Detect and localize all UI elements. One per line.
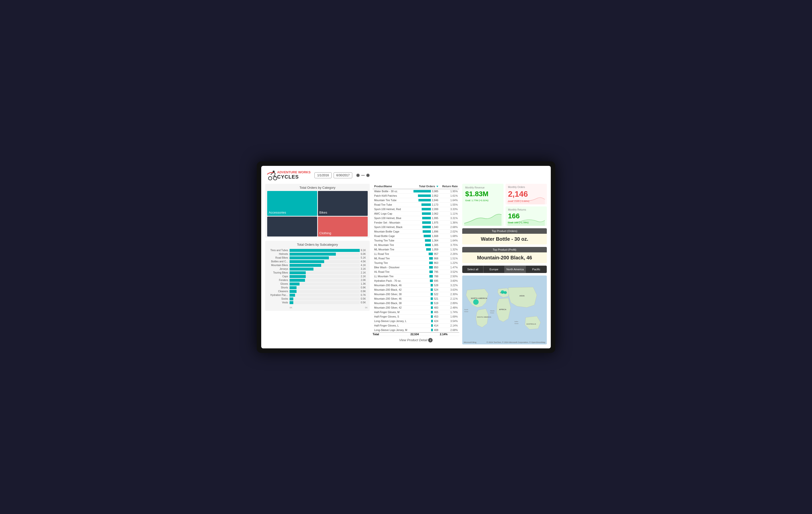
table-row[interactable]: HL Road Tire 795 3.52% [373, 270, 459, 274]
treemap-clothing[interactable]: Clothing [318, 217, 368, 237]
table-row[interactable]: Mountain-200 Black, 46 528 3.22% [373, 283, 459, 288]
inline-bar [431, 324, 433, 327]
col-total-orders[interactable]: Total Orders [410, 184, 440, 189]
orders-cell: 795 [410, 270, 440, 274]
table-row[interactable]: Half-Finger Gloves, S 453 1.69% [373, 314, 459, 319]
table-row[interactable]: Mountain-200 Black, 38 519 2.89% [373, 301, 459, 305]
bar-row[interactable]: Tires and Tubes 9.1K [267, 249, 368, 252]
table-row[interactable]: Fender Set - Mountain 1,975 1.36% [373, 220, 459, 225]
table-row[interactable]: Half-Finger Gloves, L 414 2.14% [373, 323, 459, 328]
rate-cell: 1.95% [440, 189, 459, 194]
region-button[interactable]: Pacific [526, 266, 547, 273]
bar-row[interactable]: Vests 0.5K [267, 301, 368, 304]
info-icon[interactable]: i [428, 338, 433, 342]
bar-row[interactable]: Shorts 0.9K [267, 286, 368, 289]
product-name-cell: Patch Kit/8 Patches [373, 193, 410, 198]
slider-handle-right[interactable] [366, 174, 370, 177]
region-button[interactable]: Europe [483, 266, 504, 273]
table-row[interactable]: Sport-100 Helmet, Black 1,940 2.68% [373, 225, 459, 229]
table-row[interactable]: Mountain Tire Tube 2,846 1.64% [373, 198, 459, 203]
orders-value-cell: 2,099 [432, 208, 438, 211]
table-row[interactable]: Hydration Pack - 70 oz. 695 3.60% [373, 278, 459, 283]
bar-label: Tires and Tubes [267, 249, 290, 252]
bar-row[interactable]: Road Bikes 5.1K [267, 256, 368, 260]
bar-row[interactable]: Touring Bikes 2.1K [267, 271, 368, 274]
svg-point-17 [504, 291, 507, 294]
table-row[interactable]: Road Bottle Cage 1,668 1.68% [373, 234, 459, 238]
rate-cell: 1.61% [440, 193, 459, 198]
product-name-cell: Mountain-200 Black, 38 [373, 301, 410, 305]
bar-row[interactable]: Cleaners 0.9K [267, 290, 368, 293]
table-row[interactable]: Long-Sleeve Logo Jersey, L 424 3.54% [373, 319, 459, 323]
rate-cell: 1.55% [440, 203, 459, 207]
date-start[interactable]: 1/1/2016 [315, 172, 331, 178]
treemap: Accessories Bikes Clothing [267, 191, 368, 236]
rate-cell: 1.68% [440, 234, 459, 238]
bar-row[interactable]: Mountain Bikes 4.1K [267, 264, 368, 267]
date-end[interactable]: 6/30/2017 [334, 172, 352, 178]
table-row[interactable]: Bike Wash - Dissolver 850 1.47% [373, 265, 459, 270]
product-name-cell: Water Bottle - 30 oz. [373, 189, 410, 194]
inline-bar [429, 257, 433, 260]
treemap-bikes[interactable]: Bikes [318, 191, 368, 216]
table-row[interactable]: HL Mountain Tire 1,305 3.75% [373, 243, 459, 247]
orders-label: Monthly Orders [508, 186, 544, 188]
treemap-accessories[interactable]: Accessories [267, 191, 317, 216]
bar-row[interactable]: Helmets 6.0K [267, 253, 368, 255]
bar-track [290, 290, 360, 293]
slider-handle-left[interactable] [356, 174, 360, 177]
bar-track [290, 297, 360, 300]
table-row[interactable]: Sport-100 Helmet, Red 2,099 3.33% [373, 207, 459, 211]
table-row[interactable]: Mountain-200 Black, 42 524 3.63% [373, 288, 459, 292]
orders-cell: 1,995 [410, 216, 440, 220]
bar-row[interactable]: Fenders 2.0K [267, 279, 368, 282]
orders-cell: 528 [410, 283, 440, 288]
table-row[interactable]: Mountain Bottle Cage 1,896 2.02% [373, 229, 459, 234]
table-row[interactable]: Road Tire Tube 2,173 1.55% [373, 203, 459, 207]
logo-adventure-works: ADVENTURE WORKS [277, 171, 311, 174]
table-row[interactable]: ML Road Tire 868 1.51% [373, 256, 459, 261]
bar-row[interactable]: Hydration Pac... 0.7K [267, 294, 368, 297]
product-name-cell: Touring Tire [373, 261, 410, 265]
bar-value: 0.7K [361, 294, 368, 296]
bar-row[interactable]: Caps 2.1K [267, 275, 368, 278]
bar-value: 2.1K [361, 271, 368, 274]
bar-row[interactable]: Gloves 1.3K [267, 282, 368, 285]
region-button[interactable]: Select all [462, 266, 483, 273]
orders-cell: 424 [410, 319, 440, 323]
table-row[interactable]: Water Bottle - 30 oz. 3,985 1.95% [373, 189, 459, 194]
table-row[interactable]: Mountain-200 Silver, 42 483 2.48% [373, 305, 459, 310]
svg-text:AFRICA: AFRICA [499, 308, 506, 310]
table-row[interactable]: LL Mountain Tire 788 2.50% [373, 274, 459, 278]
view-product-detail-label[interactable]: View Product Detail [399, 338, 427, 342]
bar-row[interactable]: Bottles and C... 4.5K [267, 260, 368, 263]
rate-cell: 2.30% [440, 292, 459, 296]
bar-row[interactable]: Socks 0.5K [267, 297, 368, 300]
table-row[interactable]: ML Mountain Tire 1,059 1.32% [373, 247, 459, 252]
table-row[interactable]: Mountain-200 Silver, 46 521 2.11% [373, 296, 459, 301]
orders-cell: 465 [410, 310, 440, 314]
table-row[interactable]: Mountain-200 Silver, 38 522 2.30% [373, 292, 459, 296]
table-row[interactable]: Touring Tire Tube 1,364 1.64% [373, 238, 459, 243]
inline-bar [413, 190, 431, 192]
rate-cell: 3.60% [440, 278, 459, 283]
product-name-cell: Mountain Bottle Cage [373, 229, 410, 234]
table-row[interactable]: Long-Sleeve Logo Jersey, M 408 2.68% [373, 328, 459, 332]
table-row[interactable]: AWC Logo Cap 2,062 1.11% [373, 211, 459, 216]
table-total-row: Total 22,534 2.14% [373, 332, 459, 336]
date-slider[interactable] [356, 174, 370, 177]
product-name-cell: Mountain-200 Black, 42 [373, 288, 410, 292]
region-button[interactable]: North America [504, 266, 526, 273]
svg-point-16 [501, 290, 504, 294]
bar-fill [290, 260, 324, 263]
orders-value-cell: 863 [434, 261, 438, 264]
table-row[interactable]: Touring Tire 863 1.22% [373, 261, 459, 265]
table-row[interactable]: LL Road Tire 957 2.26% [373, 252, 459, 256]
bar-fill [290, 294, 295, 297]
table-row[interactable]: Half-Finger Gloves, M 465 1.74% [373, 310, 459, 314]
treemap-title: Total Orders by Category [267, 186, 368, 189]
bar-row[interactable]: Jerseys 3.1K [267, 268, 368, 271]
table-row[interactable]: Sport-100 Helmet, Blue 1,995 3.31% [373, 216, 459, 220]
table-row[interactable]: Patch Kit/8 Patches 2,952 1.61% [373, 193, 459, 198]
orders-value-cell: 695 [434, 279, 438, 282]
